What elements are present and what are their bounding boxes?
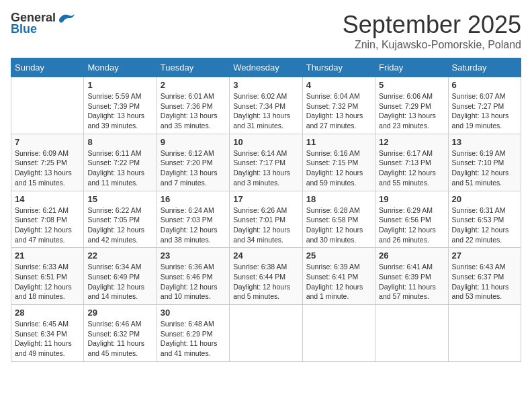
weekday-header-monday: Monday <box>84 58 157 77</box>
weekday-header-thursday: Thursday <box>302 58 375 77</box>
calendar-cell: 23Sunrise: 6:36 AMSunset: 6:46 PMDayligh… <box>157 248 229 305</box>
calendar-cell: 9Sunrise: 6:12 AMSunset: 7:20 PMDaylight… <box>157 134 229 191</box>
day-detail: Sunrise: 6:11 AMSunset: 7:22 PMDaylight:… <box>87 148 152 188</box>
day-detail: Sunrise: 6:24 AMSunset: 7:03 PMDaylight:… <box>161 205 226 245</box>
calendar-week-1: 1Sunrise: 5:59 AMSunset: 7:39 PMDaylight… <box>11 77 521 134</box>
day-number: 5 <box>379 80 444 90</box>
day-detail: Sunrise: 6:41 AMSunset: 6:39 PMDaylight:… <box>379 262 444 302</box>
day-number: 16 <box>161 194 226 204</box>
calendar-cell: 4Sunrise: 6:04 AMSunset: 7:32 PMDaylight… <box>302 77 375 134</box>
calendar-cell: 18Sunrise: 6:28 AMSunset: 6:58 PMDayligh… <box>302 191 375 248</box>
day-number: 28 <box>15 308 80 318</box>
calendar-cell: 30Sunrise: 6:48 AMSunset: 6:29 PMDayligh… <box>157 305 229 362</box>
calendar-cell <box>375 305 448 362</box>
calendar-cell: 13Sunrise: 6:19 AMSunset: 7:10 PMDayligh… <box>448 134 521 191</box>
day-detail: Sunrise: 6:07 AMSunset: 7:27 PMDaylight:… <box>452 91 517 131</box>
calendar-cell: 17Sunrise: 6:26 AMSunset: 7:01 PMDayligh… <box>230 191 302 248</box>
day-number: 18 <box>306 194 371 204</box>
day-detail: Sunrise: 6:17 AMSunset: 7:13 PMDaylight:… <box>379 148 444 188</box>
calendar-cell: 22Sunrise: 6:34 AMSunset: 6:49 PMDayligh… <box>84 248 157 305</box>
day-detail: Sunrise: 6:34 AMSunset: 6:49 PMDaylight:… <box>87 262 152 302</box>
weekday-header-sunday: Sunday <box>11 58 84 77</box>
day-detail: Sunrise: 6:21 AMSunset: 7:08 PMDaylight:… <box>15 205 80 245</box>
calendar-cell: 6Sunrise: 6:07 AMSunset: 7:27 PMDaylight… <box>448 77 521 134</box>
day-number: 1 <box>87 80 152 90</box>
day-number: 29 <box>87 308 152 318</box>
day-number: 10 <box>233 137 298 147</box>
logo: General Blue <box>11 11 77 36</box>
calendar-cell: 26Sunrise: 6:41 AMSunset: 6:39 PMDayligh… <box>375 248 448 305</box>
day-detail: Sunrise: 6:28 AMSunset: 6:58 PMDaylight:… <box>306 205 371 245</box>
day-detail: Sunrise: 6:22 AMSunset: 7:05 PMDaylight:… <box>87 205 152 245</box>
calendar-cell <box>302 305 375 362</box>
day-number: 25 <box>306 250 371 261</box>
calendar-cell: 5Sunrise: 6:06 AMSunset: 7:29 PMDaylight… <box>375 77 448 134</box>
day-detail: Sunrise: 6:09 AMSunset: 7:25 PMDaylight:… <box>15 148 80 188</box>
day-number: 9 <box>161 137 226 147</box>
calendar-cell: 3Sunrise: 6:02 AMSunset: 7:34 PMDaylight… <box>230 77 302 134</box>
calendar-cell: 12Sunrise: 6:17 AMSunset: 7:13 PMDayligh… <box>375 134 448 191</box>
calendar-cell: 28Sunrise: 6:45 AMSunset: 6:34 PMDayligh… <box>11 305 84 362</box>
calendar-cell <box>230 305 302 362</box>
calendar-cell: 8Sunrise: 6:11 AMSunset: 7:22 PMDaylight… <box>84 134 157 191</box>
day-detail: Sunrise: 6:48 AMSunset: 6:29 PMDaylight:… <box>161 319 226 359</box>
day-number: 30 <box>161 308 226 318</box>
logo-blue-text: Blue <box>11 22 37 36</box>
calendar-cell: 29Sunrise: 6:46 AMSunset: 6:32 PMDayligh… <box>84 305 157 362</box>
day-detail: Sunrise: 6:26 AMSunset: 7:01 PMDaylight:… <box>233 205 298 245</box>
calendar-week-2: 7Sunrise: 6:09 AMSunset: 7:25 PMDaylight… <box>11 134 521 191</box>
day-number: 7 <box>15 137 80 147</box>
calendar-cell: 21Sunrise: 6:33 AMSunset: 6:51 PMDayligh… <box>11 248 84 305</box>
day-detail: Sunrise: 6:01 AMSunset: 7:36 PMDaylight:… <box>161 91 226 131</box>
calendar-cell: 27Sunrise: 6:43 AMSunset: 6:37 PMDayligh… <box>448 248 521 305</box>
day-detail: Sunrise: 6:06 AMSunset: 7:29 PMDaylight:… <box>379 91 444 131</box>
calendar-table: SundayMondayTuesdayWednesdayThursdayFrid… <box>11 58 521 362</box>
day-detail: Sunrise: 6:29 AMSunset: 6:56 PMDaylight:… <box>379 205 444 245</box>
day-detail: Sunrise: 6:14 AMSunset: 7:17 PMDaylight:… <box>233 148 298 188</box>
day-detail: Sunrise: 6:45 AMSunset: 6:34 PMDaylight:… <box>15 319 80 359</box>
calendar-cell: 10Sunrise: 6:14 AMSunset: 7:17 PMDayligh… <box>230 134 302 191</box>
calendar-cell: 15Sunrise: 6:22 AMSunset: 7:05 PMDayligh… <box>84 191 157 248</box>
calendar-week-5: 28Sunrise: 6:45 AMSunset: 6:34 PMDayligh… <box>11 305 521 362</box>
day-detail: Sunrise: 6:33 AMSunset: 6:51 PMDaylight:… <box>15 262 80 302</box>
day-detail: Sunrise: 6:12 AMSunset: 7:20 PMDaylight:… <box>161 148 226 188</box>
calendar-cell: 20Sunrise: 6:31 AMSunset: 6:53 PMDayligh… <box>448 191 521 248</box>
day-number: 20 <box>452 194 517 204</box>
month-title: September 2025 <box>343 11 521 39</box>
calendar-cell: 24Sunrise: 6:38 AMSunset: 6:44 PMDayligh… <box>230 248 302 305</box>
day-detail: Sunrise: 6:36 AMSunset: 6:46 PMDaylight:… <box>161 262 226 302</box>
day-number: 8 <box>87 137 152 147</box>
day-detail: Sunrise: 6:02 AMSunset: 7:34 PMDaylight:… <box>233 91 298 131</box>
calendar-cell: 11Sunrise: 6:16 AMSunset: 7:15 PMDayligh… <box>302 134 375 191</box>
location-text: Znin, Kujawsko-Pomorskie, Poland <box>343 39 521 51</box>
day-number: 6 <box>452 80 517 90</box>
weekday-header-wednesday: Wednesday <box>230 58 302 77</box>
day-detail: Sunrise: 6:31 AMSunset: 6:53 PMDaylight:… <box>452 205 517 245</box>
day-number: 22 <box>87 250 152 261</box>
weekday-header-friday: Friday <box>375 58 448 77</box>
day-number: 12 <box>379 137 444 147</box>
day-number: 23 <box>161 250 226 261</box>
day-detail: Sunrise: 5:59 AMSunset: 7:39 PMDaylight:… <box>87 91 152 131</box>
calendar-cell: 1Sunrise: 5:59 AMSunset: 7:39 PMDaylight… <box>84 77 157 134</box>
calendar-cell <box>11 77 84 134</box>
day-detail: Sunrise: 6:46 AMSunset: 6:32 PMDaylight:… <box>87 319 152 359</box>
calendar-body: 1Sunrise: 5:59 AMSunset: 7:39 PMDaylight… <box>11 77 521 362</box>
day-number: 17 <box>233 194 298 204</box>
calendar-header: SundayMondayTuesdayWednesdayThursdayFrid… <box>11 58 521 77</box>
calendar-cell: 7Sunrise: 6:09 AMSunset: 7:25 PMDaylight… <box>11 134 84 191</box>
day-number: 3 <box>233 80 298 90</box>
calendar-cell: 14Sunrise: 6:21 AMSunset: 7:08 PMDayligh… <box>11 191 84 248</box>
day-number: 15 <box>87 194 152 204</box>
day-detail: Sunrise: 6:38 AMSunset: 6:44 PMDaylight:… <box>233 262 298 302</box>
day-detail: Sunrise: 6:16 AMSunset: 7:15 PMDaylight:… <box>306 148 371 188</box>
calendar-cell: 2Sunrise: 6:01 AMSunset: 7:36 PMDaylight… <box>157 77 229 134</box>
day-number: 4 <box>306 80 371 90</box>
logo-bird-icon <box>58 11 77 25</box>
calendar-week-3: 14Sunrise: 6:21 AMSunset: 7:08 PMDayligh… <box>11 191 521 248</box>
day-number: 19 <box>379 194 444 204</box>
day-number: 26 <box>379 250 444 261</box>
weekday-header-tuesday: Tuesday <box>157 58 229 77</box>
calendar-cell: 16Sunrise: 6:24 AMSunset: 7:03 PMDayligh… <box>157 191 229 248</box>
day-number: 13 <box>452 137 517 147</box>
